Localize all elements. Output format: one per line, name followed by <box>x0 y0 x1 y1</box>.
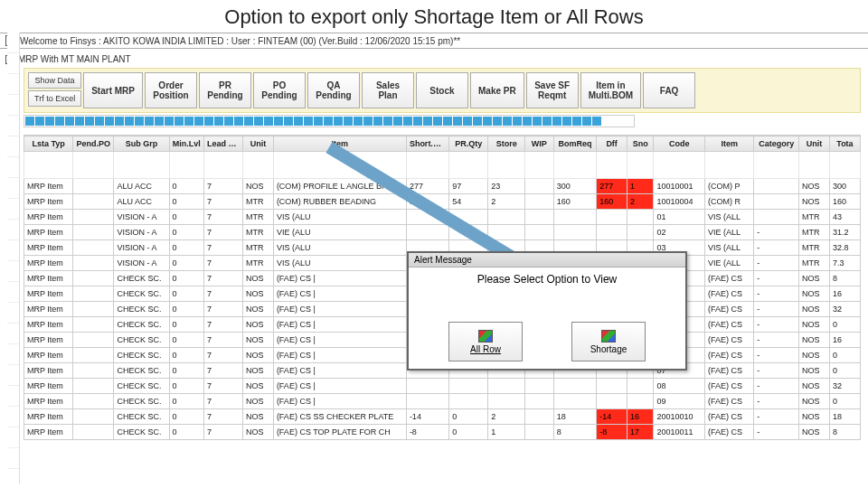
table-cell: 7 <box>203 225 242 240</box>
table-cell: 43 <box>829 210 860 225</box>
table-cell: MTR <box>799 225 830 240</box>
table-cell: NOS <box>799 379 830 394</box>
left-gutter <box>7 33 20 484</box>
table-row[interactable]: MRP ItemVISION - A07MTRVIE (ALU02VIE (AL… <box>24 225 861 240</box>
col-header[interactable]: Min.Lvl <box>169 136 203 152</box>
table-cell: NOS <box>242 425 273 440</box>
table-cell: - <box>754 409 799 425</box>
col-header[interactable]: PR.Qty <box>449 136 488 152</box>
table-row[interactable]: MRP ItemALU ACC07NOS(COM) PROFILE L ANGL… <box>24 179 861 194</box>
table-cell: CHECK SC. <box>114 302 169 317</box>
col-header[interactable]: Store <box>488 136 525 152</box>
table-cell: - <box>754 271 799 286</box>
table-cell <box>449 379 488 394</box>
show-data-button[interactable]: Show Data <box>28 72 81 89</box>
save-sf-button[interactable]: Save SF Reqmt <box>526 72 579 108</box>
table-cell <box>754 179 799 194</box>
table-row[interactable]: MRP ItemCHECK SC.07NOS(FAE) CS |09(FAE) … <box>24 394 861 409</box>
table-cell: NOS <box>799 425 830 440</box>
table-cell: -14 <box>406 409 448 425</box>
table-cell: MRP Item <box>24 210 73 225</box>
table-cell: 0 <box>169 317 203 333</box>
progress-row <box>24 115 861 129</box>
start-mrp-button[interactable]: Start MRP <box>83 72 143 108</box>
col-header[interactable]: BomReq <box>553 136 596 152</box>
col-header[interactable]: Lsta Typ <box>24 136 73 152</box>
table-cell: VIE (ALL <box>705 256 754 271</box>
col-header[interactable]: Unit <box>799 136 830 152</box>
table-cell: VIS (ALU <box>273 256 406 271</box>
col-header[interactable]: Lead Tm <box>203 136 242 152</box>
col-header[interactable]: Unit <box>242 136 273 152</box>
table-cell: 7 <box>203 271 242 286</box>
col-header[interactable]: Item <box>705 136 754 152</box>
table-cell: -14 <box>597 409 627 425</box>
col-header[interactable]: Category <box>754 136 799 152</box>
table-row[interactable]: MRP ItemCHECK SC.07NOS(FAE) CS SS CHECKE… <box>24 409 861 425</box>
col-header[interactable]: WIP <box>525 136 554 152</box>
table-cell: 02 <box>654 225 705 240</box>
table-cell: 0 <box>169 256 203 271</box>
table-cell <box>488 394 525 409</box>
table-cell: MRP Item <box>24 271 73 286</box>
stock-button[interactable]: Stock <box>416 72 468 108</box>
item-multibom-button[interactable]: Item in Multi.BOM <box>580 72 641 108</box>
col-header[interactable]: Pend.PO <box>73 136 114 152</box>
table-cell <box>488 225 525 240</box>
table-cell: CHECK SC. <box>114 333 169 348</box>
pr-pending-button[interactable]: PR Pending <box>199 72 251 108</box>
all-row-button[interactable]: All Row <box>448 322 523 361</box>
table-cell: 10010001 <box>654 179 705 194</box>
table-cell: CHECK SC. <box>114 394 169 409</box>
col-header[interactable]: Tota <box>829 136 860 152</box>
table-cell: 7 <box>203 394 242 409</box>
col-header[interactable]: Short.Qty <box>406 136 448 152</box>
table-cell: CHECK SC. <box>114 379 169 394</box>
po-pending-button[interactable]: PO Pending <box>253 72 306 108</box>
table-cell: (FAE) CS | <box>273 271 406 286</box>
table-row[interactable]: MRP ItemCHECK SC.07NOS(FAE) CS |08(FAE) … <box>24 379 861 394</box>
table-cell <box>525 394 554 409</box>
table-cell: (FAE) CS | <box>273 363 406 379</box>
qa-pending-button[interactable]: QA Pending <box>307 72 360 108</box>
table-cell: 16 <box>627 409 654 425</box>
table-cell: (FAE) CS | <box>273 379 406 394</box>
make-pr-button[interactable]: Make PR <box>470 72 524 108</box>
table-cell <box>525 409 554 425</box>
col-header[interactable]: Sno <box>627 136 654 152</box>
table-cell <box>406 394 448 409</box>
table-cell: (FAE) CS | <box>273 317 406 333</box>
col-header[interactable]: Code <box>654 136 705 152</box>
col-header[interactable]: Dff <box>597 136 627 152</box>
shortage-button[interactable]: Shortage <box>571 322 646 361</box>
table-cell: 31.2 <box>829 225 860 240</box>
table-cell: CHECK SC. <box>114 317 169 333</box>
table-cell: 08 <box>654 379 705 394</box>
table-cell: 0 <box>169 348 203 363</box>
table-cell: 0 <box>169 333 203 348</box>
table-cell: MRP Item <box>24 225 73 240</box>
table-cell: MRP Item <box>24 425 73 440</box>
table-cell: 7 <box>203 425 242 440</box>
table-cell: MRP Item <box>24 286 73 302</box>
table-cell: VISION - A <box>114 225 169 240</box>
table-cell: 0 <box>169 194 203 210</box>
table-cell: CHECK SC. <box>114 409 169 425</box>
table-cell: (COM) P <box>705 179 754 194</box>
table-cell: 32.8 <box>829 240 860 256</box>
table-cell <box>525 425 554 440</box>
table-row[interactable]: MRP ItemALU ACC07MTR(COM) RUBBER BEADING… <box>24 194 861 210</box>
trf-excel-button[interactable]: Trf to Excel <box>28 90 81 107</box>
table-cell: 20010011 <box>654 425 705 440</box>
table-cell: MTR <box>242 210 273 225</box>
table-row[interactable]: MRP ItemCHECK SC.07NOS(FAE) CS TOP PLATE… <box>24 425 861 440</box>
table-cell: (FAE) CS <box>705 271 754 286</box>
faq-button[interactable]: FAQ <box>643 72 695 108</box>
table-cell: MRP Item <box>24 394 73 409</box>
table-cell: 7 <box>203 194 242 210</box>
dialog-title: Alert Message <box>409 253 685 267</box>
sales-plan-button[interactable]: Sales Plan <box>362 72 414 108</box>
table-cell: 7 <box>203 302 242 317</box>
order-position-button[interactable]: Order Position <box>145 72 197 108</box>
col-header[interactable]: Sub Grp <box>114 136 169 152</box>
